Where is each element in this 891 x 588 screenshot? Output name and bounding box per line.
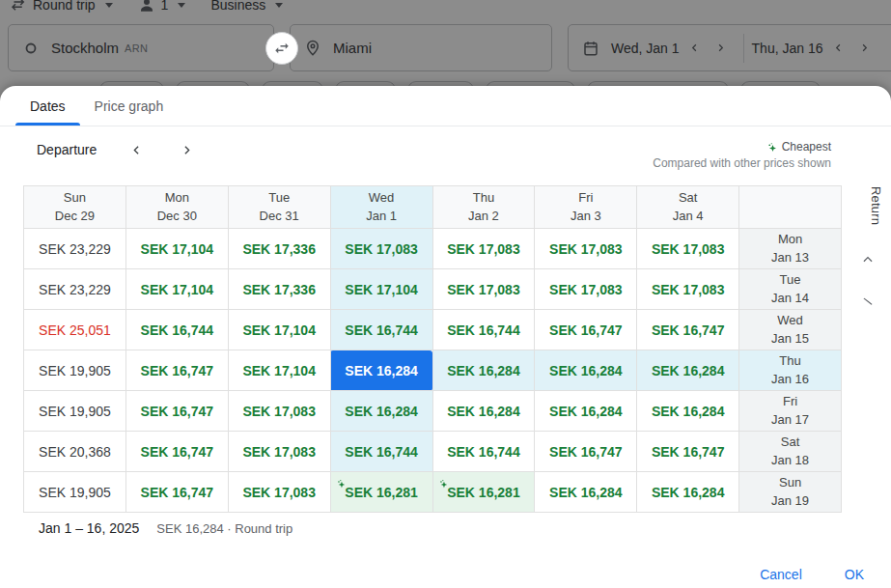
price-grid-body: SEK 23,229SEK 17,104SEK 17,336SEK 17,083… (24, 229, 842, 513)
tab-price-graph[interactable]: Price graph (80, 86, 179, 126)
return-date-cell: SatJan 18 (739, 432, 842, 472)
price-cell[interactable]: SEK 17,083 (535, 229, 637, 269)
departure-date-header: FriJan 3 (535, 186, 637, 229)
price-cell[interactable]: SEK 16,284 (330, 350, 432, 391)
price-cell[interactable]: SEK 16,284 (330, 391, 432, 432)
sparkle-icon (336, 479, 347, 490)
return-scroll-down-button[interactable] (856, 289, 879, 312)
price-cell[interactable]: SEK 16,744 (125, 310, 228, 350)
swap-locations-button[interactable] (265, 32, 298, 65)
departure-dates-header-row: SunDec 29MonDec 30TueDec 31WedJan 1ThuJa… (24, 186, 842, 229)
price-cell[interactable]: SEK 16,281 (330, 472, 432, 513)
grid-row: SEK 19,905SEK 16,747SEK 17,083SEK 16,281… (24, 472, 842, 513)
grid-row: SEK 23,229SEK 17,104SEK 17,336SEK 17,104… (24, 269, 842, 310)
ok-button[interactable]: OK (845, 567, 864, 582)
price-cell[interactable]: SEK 17,336 (228, 229, 330, 269)
departure-date-header: TueDec 31 (228, 186, 330, 229)
selected-price-summary: SEK 16,284 · Round trip (156, 521, 292, 536)
return-axis-label: Return (869, 186, 883, 225)
price-cell[interactable]: SEK 17,104 (228, 310, 330, 350)
cancel-button[interactable]: Cancel (760, 567, 802, 582)
grid-row: SEK 23,229SEK 17,104SEK 17,336SEK 17,083… (24, 229, 842, 269)
price-cell[interactable]: SEK 17,083 (535, 269, 637, 310)
price-cell[interactable]: SEK 19,905 (24, 391, 126, 432)
price-cell[interactable]: SEK 16,747 (637, 432, 739, 472)
chevron-right-icon (181, 144, 193, 156)
price-cell[interactable]: SEK 16,747 (535, 432, 637, 472)
cheapest-legend-label: Cheapest (782, 139, 831, 155)
date-picker-dialog: Dates Price graph Departure Cheapest Com… (0, 86, 891, 588)
price-cell[interactable]: SEK 17,104 (228, 350, 330, 391)
swap-horizontal-icon (273, 40, 291, 57)
price-cell[interactable]: SEK 16,284 (535, 391, 637, 432)
tab-dates-label: Dates (30, 98, 66, 114)
price-cell[interactable]: SEK 16,747 (125, 432, 228, 472)
return-date-cell: SunJan 19 (739, 472, 842, 513)
price-cell[interactable]: SEK 19,905 (24, 350, 126, 391)
grid-row: SEK 25,051SEK 16,744SEK 17,104SEK 16,744… (24, 310, 842, 350)
price-cell[interactable]: SEK 16,284 (637, 391, 739, 432)
price-cell[interactable]: SEK 17,336 (228, 269, 330, 310)
return-date-cell: TueJan 14 (739, 269, 842, 310)
price-cell[interactable]: SEK 17,104 (125, 269, 228, 310)
price-cell[interactable]: SEK 17,083 (637, 269, 739, 310)
price-cell[interactable]: SEK 16,284 (535, 472, 637, 513)
price-cell[interactable]: SEK 17,104 (330, 269, 432, 310)
price-cell[interactable]: SEK 16,284 (637, 472, 739, 513)
departure-date-header: MonDec 30 (125, 186, 228, 229)
price-cell[interactable]: SEK 17,083 (432, 269, 535, 310)
price-cell[interactable]: SEK 25,051 (24, 310, 126, 350)
price-date-grid: SunDec 29MonDec 30TueDec 31WedJan 1ThuJa… (23, 185, 842, 513)
return-date-cell: WedJan 15 (739, 310, 842, 350)
departure-nav: Departure (37, 139, 197, 160)
price-cell[interactable]: SEK 16,744 (432, 432, 535, 472)
grid-corner-cell (739, 186, 842, 229)
price-cell[interactable]: SEK 16,284 (432, 350, 535, 391)
departure-label: Departure (37, 142, 97, 157)
price-cell[interactable]: SEK 19,905 (24, 472, 126, 513)
price-cell[interactable]: SEK 16,747 (637, 310, 739, 350)
departure-next-week-button[interactable] (176, 139, 197, 160)
departure-date-header: SunDec 29 (24, 186, 126, 229)
price-cell[interactable]: SEK 17,083 (330, 229, 432, 269)
departure-date-header: WedJan 1 (330, 186, 432, 229)
grid-row: SEK 20,368SEK 16,747SEK 17,083SEK 16,744… (24, 432, 842, 472)
chevron-up-icon (861, 253, 875, 266)
sparkle-icon (438, 479, 449, 490)
price-cell[interactable]: SEK 16,744 (330, 432, 432, 472)
selected-date-range: Jan 1 – 16, 2025 (39, 520, 139, 536)
departure-date-header: ThuJan 2 (432, 186, 535, 229)
flights-page: Round trip 1 Business Stockholm ARN (0, 0, 891, 588)
price-cell[interactable]: SEK 17,083 (637, 229, 739, 269)
cheapest-legend: Cheapest Compared with other prices show… (653, 139, 831, 173)
chevron-down-icon (861, 294, 875, 307)
price-cell[interactable]: SEK 17,083 (228, 391, 330, 432)
price-cell[interactable]: SEK 16,284 (432, 391, 535, 432)
price-cell[interactable]: SEK 16,284 (535, 350, 637, 391)
legend-compare-note: Compared with other prices shown (653, 155, 831, 172)
grid-row: SEK 19,905SEK 16,747SEK 17,104SEK 16,284… (24, 350, 842, 391)
price-cell[interactable]: SEK 17,083 (228, 432, 330, 472)
tab-price-graph-label: Price graph (95, 98, 164, 114)
grid-row: SEK 19,905SEK 16,747SEK 17,083SEK 16,284… (24, 391, 842, 432)
sparkle-icon (766, 142, 778, 154)
return-date-cell: ThuJan 16 (739, 350, 842, 391)
price-cell[interactable]: SEK 23,229 (24, 229, 126, 269)
departure-prev-week-button[interactable] (125, 139, 147, 160)
price-cell[interactable]: SEK 16,744 (432, 310, 535, 350)
price-cell[interactable]: SEK 17,104 (125, 229, 228, 269)
price-cell[interactable]: SEK 16,747 (125, 350, 228, 391)
price-cell[interactable]: SEK 17,083 (228, 472, 330, 513)
price-cell[interactable]: SEK 23,229 (24, 269, 126, 310)
tab-dates[interactable]: Dates (15, 86, 80, 126)
price-cell[interactable]: SEK 16,284 (637, 350, 739, 391)
price-cell[interactable]: SEK 17,083 (432, 229, 535, 269)
price-cell[interactable]: SEK 20,368 (24, 432, 126, 472)
price-cell[interactable]: SEK 16,747 (125, 472, 228, 513)
price-cell[interactable]: SEK 16,744 (330, 310, 432, 350)
return-scroll-up-button[interactable] (856, 248, 879, 271)
departure-date-header: SatJan 4 (637, 186, 739, 229)
price-cell[interactable]: SEK 16,747 (125, 391, 228, 432)
price-cell[interactable]: SEK 16,747 (535, 310, 637, 350)
price-cell[interactable]: SEK 16,281 (432, 472, 535, 513)
